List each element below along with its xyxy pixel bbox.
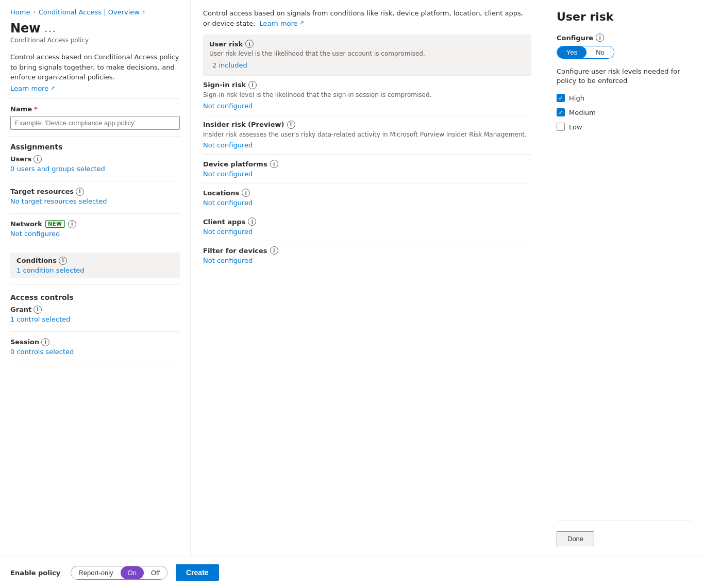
policy-toggle-group: Report-only On Off — [71, 566, 167, 580]
session-value[interactable]: 0 controls selected — [10, 348, 74, 356]
condition-filter-devices[interactable]: Filter for devices i Not configured — [203, 241, 531, 270]
middle-learn-more[interactable]: Learn more ↗ — [259, 19, 304, 29]
left-panel: Home › Conditional Access | Overview › N… — [0, 0, 191, 557]
condition-user-risk[interactable]: User risk i User risk level is the likel… — [203, 35, 531, 76]
insider-risk-desc: Insider risk assesses the user's risky d… — [203, 130, 531, 139]
right-done-area: Done — [557, 520, 692, 546]
checkbox-medium[interactable]: Medium — [557, 108, 692, 116]
grant-info-icon[interactable]: i — [33, 306, 42, 314]
sign-in-risk-info-icon[interactable]: i — [248, 81, 257, 89]
filter-devices-value[interactable]: Not configured — [203, 257, 253, 264]
session-assignment: Session i 0 controls selected — [10, 338, 180, 356]
conditions-box[interactable]: Conditions i 1 condition selected — [10, 253, 180, 278]
page-subtitle: Conditional Access policy — [10, 37, 180, 44]
condition-device-platforms[interactable]: Device platforms i Not configured — [203, 155, 531, 183]
sign-in-risk-value[interactable]: Not configured — [203, 102, 253, 110]
policy-name-input[interactable] — [10, 116, 180, 130]
user-risk-value[interactable]: 2 included — [209, 60, 250, 70]
checkbox-medium-box[interactable] — [557, 108, 565, 116]
title-row: New ... — [10, 21, 180, 36]
name-field-label: Name * — [10, 105, 180, 113]
risk-level-checkboxes: High Medium Low — [557, 94, 692, 137]
external-link-icon: ↗ — [50, 85, 55, 92]
checkbox-high[interactable]: High — [557, 94, 692, 102]
device-platforms-value[interactable]: Not configured — [203, 170, 253, 178]
filter-devices-info-icon[interactable]: i — [270, 246, 278, 255]
enable-policy-label: Enable policy — [10, 569, 60, 577]
left-learn-more[interactable]: Learn more ↗ — [10, 85, 180, 92]
network-assignment: Network NEW i Not configured — [10, 220, 180, 238]
condition-locations[interactable]: Locations i Not configured — [203, 183, 531, 212]
session-info-icon[interactable]: i — [41, 338, 49, 346]
access-controls-heading: Access controls — [10, 293, 180, 301]
checkbox-low[interactable]: Low — [557, 123, 692, 131]
breadcrumb-sep1: › — [33, 9, 35, 15]
insider-risk-info-icon[interactable]: i — [287, 121, 295, 129]
checkbox-high-label: High — [569, 94, 584, 102]
configure-description: Configure user risk levels needed for po… — [557, 67, 692, 86]
breadcrumb-sep2: › — [143, 9, 145, 15]
assignments-heading: Assignments — [10, 143, 180, 151]
required-star: * — [34, 105, 38, 113]
middle-external-icon: ↗ — [299, 19, 304, 28]
done-button[interactable]: Done — [557, 531, 594, 546]
on-button[interactable]: On — [121, 566, 144, 579]
insider-risk-value[interactable]: Not configured — [203, 141, 253, 149]
configure-label: Configure i — [557, 33, 692, 42]
configure-no-button[interactable]: No — [586, 46, 614, 58]
report-only-button[interactable]: Report-only — [71, 566, 120, 579]
page-title: New — [10, 21, 41, 36]
network-value[interactable]: Not configured — [10, 230, 60, 238]
configure-info-icon[interactable]: i — [596, 33, 604, 42]
configure-toggle-group: Yes No — [557, 46, 614, 59]
grant-assignment: Grant i 1 control selected — [10, 306, 180, 323]
network-info-icon[interactable]: i — [68, 220, 76, 228]
middle-description: Control access based on signals from con… — [203, 8, 531, 28]
grant-value[interactable]: 1 control selected — [10, 315, 70, 323]
users-info-icon[interactable]: i — [33, 155, 42, 163]
network-new-badge: NEW — [45, 220, 65, 228]
breadcrumb: Home › Conditional Access | Overview › — [10, 8, 180, 16]
sign-in-risk-desc: Sign-in risk level is the likelihood tha… — [203, 91, 531, 99]
target-resources-assignment: Target resources i No target resources s… — [10, 188, 180, 205]
conditions-list: User risk i User risk level is the likel… — [203, 35, 531, 270]
users-value[interactable]: 0 users and groups selected — [10, 165, 105, 173]
breadcrumb-home[interactable]: Home — [10, 8, 30, 16]
user-risk-desc: User risk level is the likelihood that t… — [209, 49, 525, 58]
breadcrumb-overview[interactable]: Conditional Access | Overview — [39, 8, 140, 16]
locations-value[interactable]: Not configured — [203, 199, 253, 207]
bottom-bar: Enable policy Report-only On Off Create — [0, 557, 704, 588]
left-description: Control access based on Conditional Acce… — [10, 52, 180, 82]
right-title: User risk — [557, 10, 692, 23]
condition-client-apps[interactable]: Client apps i Not configured — [203, 212, 531, 241]
checkbox-low-label: Low — [569, 123, 582, 131]
conditions-info-icon[interactable]: i — [59, 257, 67, 265]
target-info-icon[interactable]: i — [76, 188, 84, 196]
user-risk-info-icon[interactable]: i — [245, 40, 254, 48]
condition-insider-risk[interactable]: Insider risk (Preview) i Insider risk as… — [203, 115, 531, 155]
checkbox-high-box[interactable] — [557, 94, 565, 102]
more-options-button[interactable]: ... — [45, 23, 57, 34]
off-button[interactable]: Off — [144, 566, 167, 579]
locations-info-icon[interactable]: i — [242, 189, 250, 197]
checkbox-medium-label: Medium — [569, 109, 596, 116]
middle-panel: Control access based on signals from con… — [191, 0, 544, 557]
right-panel: User risk Configure i Yes No Configure u… — [544, 0, 704, 557]
users-assignment: Users i 0 users and groups selected — [10, 155, 180, 173]
checkbox-low-box[interactable] — [557, 123, 565, 131]
device-platforms-info-icon[interactable]: i — [270, 160, 278, 168]
conditions-value[interactable]: 1 condition selected — [16, 266, 85, 274]
condition-sign-in-risk[interactable]: Sign-in risk i Sign-in risk level is the… — [203, 76, 531, 115]
target-value[interactable]: No target resources selected — [10, 197, 107, 205]
client-apps-info-icon[interactable]: i — [248, 217, 256, 226]
create-button[interactable]: Create — [176, 564, 219, 581]
client-apps-value[interactable]: Not configured — [203, 228, 253, 236]
configure-yes-button[interactable]: Yes — [557, 46, 586, 58]
